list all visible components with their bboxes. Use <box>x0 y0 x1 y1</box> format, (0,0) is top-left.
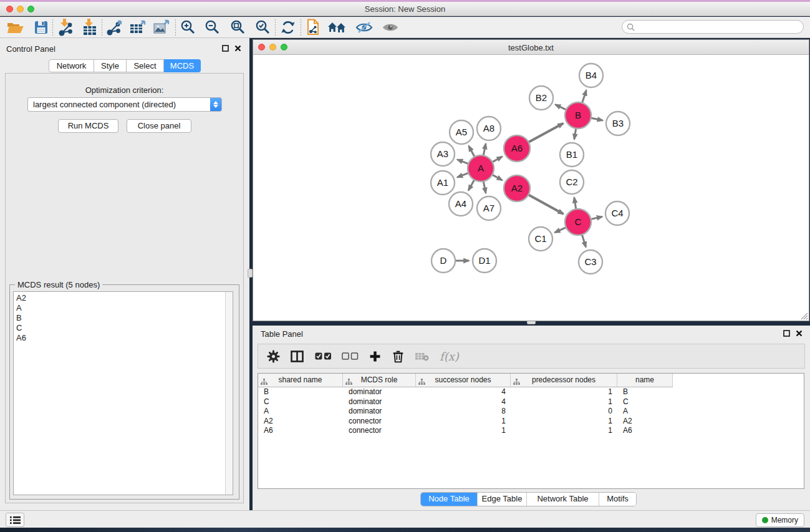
select-all-checkboxes-icon[interactable] <box>315 352 332 360</box>
column-header-MCDS-role[interactable]: MCDS role <box>343 374 416 387</box>
zoom-in-icon[interactable] <box>180 19 196 36</box>
node-A3[interactable]: A3 <box>431 142 455 166</box>
tab-edge-table[interactable]: Edge Table <box>477 493 526 506</box>
edge-C-C1[interactable] <box>555 227 567 233</box>
control-panel-title: Control Panel <box>6 44 55 54</box>
zoom-network-button[interactable] <box>281 44 287 51</box>
import-table-icon[interactable] <box>82 19 97 36</box>
apply-function-icon[interactable]: f(x) <box>440 350 459 363</box>
column-header-shared-name[interactable]: shared name <box>258 374 343 387</box>
close-panel-icon[interactable] <box>234 45 241 52</box>
table-row[interactable]: A2connector11A2 <box>258 417 804 427</box>
node-A6[interactable]: A6 <box>504 135 530 162</box>
delete-table-icon[interactable] <box>415 352 429 361</box>
mcds-result-item[interactable]: A2 <box>16 293 233 303</box>
mcds-result-item[interactable]: A <box>16 303 233 313</box>
node-B3[interactable]: B3 <box>606 112 630 135</box>
node-B4[interactable]: B4 <box>579 64 603 87</box>
node-A8[interactable]: A8 <box>477 117 501 140</box>
node-B2[interactable]: B2 <box>529 86 553 110</box>
minimize-network-button[interactable] <box>269 44 276 51</box>
close-panel-icon[interactable] <box>796 330 803 337</box>
window-resize-grip[interactable] <box>800 312 808 320</box>
search-input[interactable] <box>622 20 804 34</box>
save-session-icon[interactable] <box>34 19 48 36</box>
close-window-button[interactable] <box>6 6 13 12</box>
edge-A-A4[interactable] <box>468 179 475 191</box>
vertical-splitter-handle[interactable] <box>248 269 253 278</box>
split-columns-icon[interactable] <box>291 351 304 362</box>
result-scrollbar[interactable] <box>225 292 233 495</box>
show-hidden-eye-icon[interactable] <box>382 19 399 36</box>
zoom-window-button[interactable] <box>27 6 34 12</box>
edge-A2-C[interactable] <box>528 194 564 214</box>
close-panel-button[interactable]: Close panel <box>127 119 191 133</box>
criterion-dropdown[interactable]: largest connected component (directed) <box>27 97 222 112</box>
close-network-button[interactable] <box>258 44 265 51</box>
column-header-predecessor-nodes[interactable]: predecessor nodes <box>511 374 617 387</box>
tab-node-table[interactable]: Node Table <box>421 493 477 506</box>
table-row[interactable]: Adominator80A <box>258 407 804 417</box>
add-column-icon[interactable] <box>369 351 381 362</box>
float-panel-icon[interactable] <box>783 330 790 337</box>
node-C4[interactable]: C4 <box>605 201 629 225</box>
memory-button[interactable]: Memory <box>756 513 804 527</box>
edge-C-C3[interactable] <box>582 233 586 247</box>
node-D[interactable]: D <box>432 249 455 273</box>
node-D1[interactable]: D1 <box>473 249 496 273</box>
wallpaper-strip-bottom <box>0 528 810 532</box>
node-A5[interactable]: A5 <box>450 120 473 144</box>
open-session-icon[interactable] <box>7 19 24 36</box>
node-C2[interactable]: C2 <box>560 170 584 194</box>
edge-A-A5[interactable] <box>469 146 475 158</box>
node-A7[interactable]: A7 <box>477 196 501 220</box>
network-graph-canvas[interactable]: AA1A2A3A4A5A6A7A8BB1B2B3B4CC1C2C3C4DD1 <box>253 55 809 321</box>
tab-motifs[interactable]: Motifs <box>599 493 636 506</box>
node-A1[interactable]: A1 <box>431 171 455 195</box>
export-table-icon[interactable] <box>130 19 147 36</box>
home-networks-icon[interactable] <box>327 19 346 36</box>
task-history-button[interactable] <box>6 513 24 527</box>
table-row[interactable]: Bdominator41B <box>258 387 804 397</box>
column-header-successor-nodes[interactable]: successor nodes <box>416 374 511 387</box>
zoom-fit-icon[interactable] <box>230 19 246 36</box>
node-A2[interactable]: A2 <box>504 175 530 201</box>
node-B[interactable]: B <box>565 102 591 128</box>
node-table[interactable]: shared nameMCDS rolesuccessor nodesprede… <box>258 373 804 489</box>
control-panel: Control Panel NetworkStyleSelectMCDS Opt… <box>0 38 249 510</box>
table-row[interactable]: Cdominator41C <box>258 397 804 407</box>
float-panel-icon[interactable] <box>222 45 229 52</box>
table-cell: 4 <box>416 387 511 397</box>
tab-network-table[interactable]: Network Table <box>526 493 599 506</box>
mcds-result-item[interactable]: A6 <box>16 333 233 343</box>
tab-mcds[interactable]: MCDS <box>164 59 201 72</box>
minimize-window-button[interactable] <box>17 6 24 12</box>
node-B1[interactable]: B1 <box>560 143 584 167</box>
node-A4[interactable]: A4 <box>449 192 473 216</box>
tab-select[interactable]: Select <box>127 59 164 72</box>
tab-network[interactable]: Network <box>49 59 94 72</box>
import-network-icon[interactable] <box>57 19 74 36</box>
delete-column-trash-icon[interactable] <box>392 350 404 363</box>
export-network-icon[interactable] <box>107 19 124 36</box>
mcds-result-item[interactable]: B <box>16 313 233 323</box>
edge-B-B4[interactable] <box>582 90 586 104</box>
deselect-all-checkboxes-icon[interactable] <box>342 352 359 360</box>
settings-gear-icon[interactable] <box>267 350 280 363</box>
edge-A6-B[interactable] <box>528 123 564 143</box>
zoom-out-icon[interactable] <box>205 19 220 36</box>
column-header-name[interactable]: name <box>617 374 673 387</box>
node-C1[interactable]: C1 <box>529 227 552 251</box>
node-C3[interactable]: C3 <box>579 250 602 274</box>
clone-network-icon[interactable] <box>306 19 321 36</box>
tab-style[interactable]: Style <box>94 59 127 72</box>
export-image-icon[interactable] <box>153 19 171 36</box>
mcds-result-item[interactable]: C <box>16 323 233 333</box>
run-mcds-button[interactable]: Run MCDS <box>58 119 118 133</box>
zoom-selected-icon[interactable] <box>255 19 271 36</box>
node-A[interactable]: A <box>468 155 494 181</box>
node-C[interactable]: C <box>565 209 591 235</box>
hide-selected-eye-icon[interactable] <box>355 19 373 36</box>
refresh-layout-icon[interactable] <box>280 19 296 36</box>
table-row[interactable]: A6connector11A6 <box>258 426 804 436</box>
